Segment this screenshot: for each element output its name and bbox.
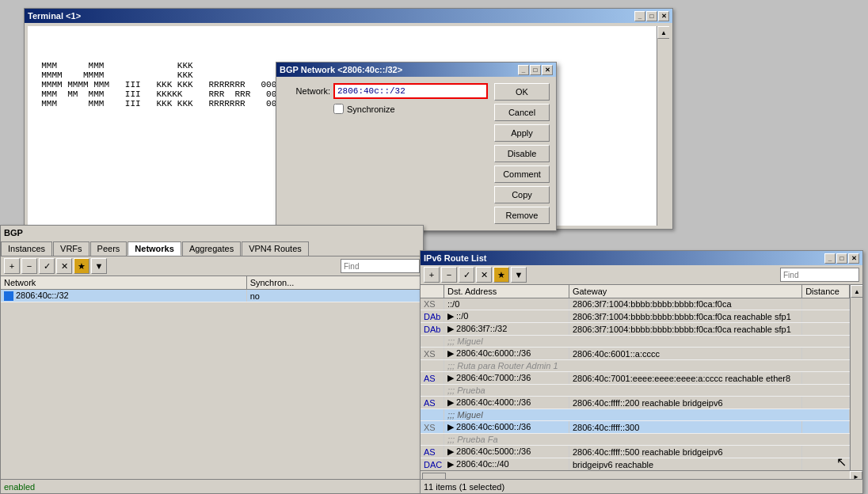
apply-button[interactable]: Apply (494, 124, 550, 142)
terminal-titlebar: Terminal <1> _ □ ✕ (25, 9, 672, 23)
bgp-dialog-body: Network: Synchronize OK Cancel Apply Dis… (276, 77, 556, 230)
row-type: DAC (421, 458, 444, 471)
bgp-network-table: Network Synchron... 2806:40c::/32 no (1, 276, 423, 302)
synchronize-row: Synchronize (333, 104, 488, 114)
col-network: Network (1, 276, 246, 290)
terminal-scrollbar[interactable]: ▲ (657, 26, 669, 226)
bgp-panel-toolbar: + − ✓ ✕ ★ ▼ (1, 256, 423, 276)
row-gateway: 2806:40c:ffff::500 reachable bridgeipv6 (569, 446, 801, 458)
ipv6-disable-btn[interactable]: ✕ (476, 267, 492, 283)
table-row[interactable]: XS ::/0 2806:3f7:1004:bbbb:bbbb:bbbb:f0c… (421, 298, 850, 310)
row-type: AS (421, 397, 444, 409)
row-type: DAb (421, 310, 444, 323)
row-comment: ;;; Miguel (444, 409, 850, 421)
table-row[interactable]: AS ▶ 2806:40c:4000::/36 2806:40c:ffff::2… (421, 397, 850, 409)
ipv6-scroll-up[interactable]: ▲ (851, 285, 862, 298)
bgp-find-input[interactable] (341, 259, 420, 273)
terminal-close-btn[interactable]: ✕ (658, 11, 669, 21)
comment-button[interactable]: Comment (494, 165, 550, 183)
tab-vpn4routes[interactable]: VPN4 Routes (242, 241, 309, 256)
bgp-dialog-buttons: OK Cancel Apply Disable Comment Copy Rem… (494, 83, 550, 224)
col-distance: Distance (802, 285, 850, 298)
row-distance (802, 421, 850, 434)
row-dst: ▶ 2806:40c:4000::/36 (444, 397, 569, 409)
row-type: AS (421, 446, 444, 458)
table-row[interactable]: AS ▶ 2806:40c:7000::/36 2806:40c:7001:ee… (421, 372, 850, 385)
terminal-maximize-btn[interactable]: □ (646, 11, 657, 21)
bgp-dialog-maximize-btn[interactable]: □ (530, 65, 541, 75)
filter-button[interactable]: ▼ (91, 258, 107, 274)
bgp-dialog-titlebar-buttons: _ □ ✕ (518, 65, 553, 75)
row-dst: ▶ 2806:40c::/40 (444, 458, 569, 471)
cancel-button[interactable]: Cancel (494, 104, 550, 121)
row-gateway: 2806:40c:ffff::300 (569, 421, 801, 434)
row-type: XS (421, 298, 444, 310)
ipv6-filter-btn[interactable]: ▼ (511, 267, 527, 283)
tab-peers[interactable]: Peers (90, 241, 128, 256)
table-row[interactable]: DAb ▶ ::/0 2806:3f7:1004:bbbb:bbbb:bbbb:… (421, 310, 850, 323)
row-dst: ::/0 (444, 298, 569, 310)
table-row[interactable]: DAb ▶ 2806:3f7::/32 2806:3f7:1004:bbbb:b… (421, 323, 850, 336)
synchronize-checkbox[interactable] (333, 104, 344, 114)
disable-button[interactable]: Disable (494, 145, 550, 162)
bgp-table-container: Network Synchron... 2806:40c::/32 no (1, 276, 423, 469)
col-type (421, 285, 444, 298)
network-row: Network: (283, 83, 488, 99)
row-gateway: 2806:3f7:1004:bbbb:bbbb:bbbb:f0ca:f0ca (569, 298, 801, 310)
ipv6-remove-btn[interactable]: − (441, 267, 457, 283)
tab-aggregates[interactable]: Aggregates (182, 241, 241, 256)
disable-x-button[interactable]: ✕ (56, 258, 72, 274)
remove-button[interactable]: Remove (494, 207, 550, 224)
enable-button[interactable]: ✓ (39, 258, 55, 274)
ok-button[interactable]: OK (494, 83, 550, 101)
ipv6-route-table: Dst. Address Gateway Distance XS ::/0 28… (421, 285, 850, 470)
bgp-dialog-minimize-btn[interactable]: _ (518, 65, 529, 75)
table-row[interactable]: XS ▶ 2806:40c:6000::/36 2806:40c:ffff::3… (421, 421, 850, 434)
ipv6-close-btn[interactable]: ✕ (848, 253, 859, 264)
ipv6-minimize-btn[interactable]: _ (824, 253, 836, 264)
table-row[interactable]: 2806:40c::/32 no (1, 290, 423, 302)
tab-vrfs[interactable]: VRFs (53, 241, 89, 256)
ipv6-add-btn[interactable]: + (424, 267, 440, 283)
comment-tool-button[interactable]: ★ (74, 258, 89, 274)
ipv6-scrollbar-v[interactable]: ▲ (850, 285, 862, 470)
copy-button[interactable]: Copy (494, 186, 550, 203)
ipv6-maximize-btn[interactable]: □ (836, 253, 847, 264)
tab-instances[interactable]: Instances (1, 241, 52, 256)
tab-networks[interactable]: Networks (128, 241, 181, 256)
ipv6-enable-btn[interactable]: ✓ (459, 267, 474, 283)
ipv6-comment-btn[interactable]: ★ (493, 267, 509, 283)
row-dst: ▶ 2806:40c:5000::/36 (444, 446, 569, 458)
terminal-title: Terminal <1> (28, 11, 81, 21)
network-label: Network: (283, 86, 330, 96)
row-type: DAb (421, 323, 444, 336)
table-row[interactable]: XS ▶ 2806:40c:6000::/36 2806:40c:6001::a… (421, 348, 850, 360)
remove-button[interactable]: − (21, 258, 37, 274)
table-row[interactable]: AS ▶ 2806:40c:5000::/36 2806:40c:ffff::5… (421, 446, 850, 458)
row-type (421, 360, 444, 372)
ipv6-titlebar-buttons: _ □ ✕ (824, 253, 859, 264)
network-input[interactable] (333, 83, 488, 99)
bgp-panel-tabs: Instances VRFs Peers Networks Aggregates… (1, 240, 423, 256)
scroll-up-btn[interactable]: ▲ (657, 26, 669, 39)
ipv6-toolbar: + − ✓ ✕ ★ ▼ (421, 265, 862, 285)
table-row[interactable]: DAC ▶ 2806:40c::/40 bridgeipv6 reachable (421, 458, 850, 471)
ipv6-find-input[interactable] (780, 268, 859, 282)
ipv6-panel-title: IPv6 Route List (424, 253, 486, 263)
cursor-indicator: ↖ (836, 454, 847, 469)
row-gateway: 2806:40c:ffff::200 reachable bridgeipv6 (569, 397, 801, 409)
table-row: ;;; Miguel (421, 336, 850, 348)
terminal-minimize-btn[interactable]: _ (634, 11, 645, 21)
ipv6-panel-titlebar: IPv6 Route List _ □ ✕ (421, 251, 862, 265)
row-type: XS (421, 421, 444, 434)
col-gateway: Gateway (569, 285, 801, 298)
bgp-dialog-close-btn[interactable]: ✕ (542, 65, 553, 75)
add-button[interactable]: + (4, 258, 20, 274)
row-type (421, 409, 444, 421)
row-gateway: bridgeipv6 reachable (569, 458, 801, 471)
row-dst: ▶ 2806:40c:6000::/36 (444, 348, 569, 360)
ipv6-status-text: 11 items (1 selected) (424, 482, 504, 492)
row-distance (802, 348, 850, 360)
table-row: ;;; Prueba Fa (421, 434, 850, 446)
table-row: ;;; Miguel (421, 409, 850, 421)
